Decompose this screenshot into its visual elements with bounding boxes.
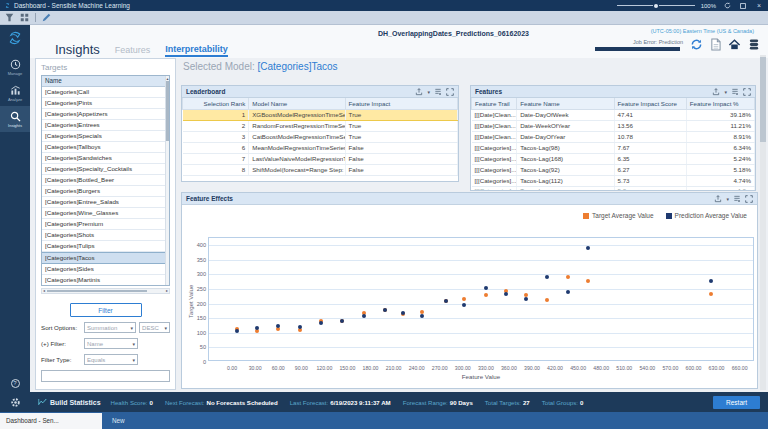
table-row[interactable]: 1XGBoostModelRegressionTimeSeri...True	[183, 109, 458, 120]
table-cell: Tacos-Lag(92)	[517, 164, 614, 175]
filter-field-select[interactable]: Name▾	[84, 338, 138, 349]
home-icon[interactable]	[728, 38, 741, 51]
database-stack-icon[interactable]	[748, 38, 760, 51]
sort-options-select[interactable]: Summation▾	[84, 322, 136, 333]
column-header[interactable]: Feature Impact Score	[614, 98, 686, 109]
columns-icon[interactable]	[434, 88, 442, 96]
target-list-item[interactable]: [Categories]Entrees	[42, 120, 169, 131]
target-list-item[interactable]: [Categories]Specialty_Cocktails	[42, 164, 169, 175]
target-list-item[interactable]: [Categories]Wine_Glasses	[42, 208, 169, 219]
sync-icon[interactable]	[690, 38, 703, 51]
zoom-slider-handle[interactable]	[654, 4, 658, 8]
export-icon[interactable]	[712, 88, 720, 96]
tab-interpretability[interactable]: Interpretability	[165, 44, 228, 57]
column-header[interactable]: Feature Trail	[472, 98, 517, 109]
column-header[interactable]: Feature Impact	[345, 98, 457, 109]
close-window-icon[interactable]: ×	[754, 1, 764, 10]
columns-icon[interactable]	[733, 195, 741, 203]
table-row[interactable]: 2RandomForestRegressionTimeSerie...True	[183, 120, 458, 131]
columns-icon[interactable]	[731, 88, 739, 96]
status-item: Total Groups:0	[542, 399, 584, 406]
scroll-thumb[interactable]	[760, 57, 766, 142]
target-list-item[interactable]: [Categories]Premium	[42, 219, 169, 230]
filter-type-select[interactable]: Equals▾	[84, 354, 138, 365]
export-options-caret-icon[interactable]: ▾	[726, 196, 729, 202]
edit-pencil-icon[interactable]	[42, 13, 51, 22]
table-row[interactable]: [[[Date]Clean...Date-DayOfWeek47.4139.18…	[472, 109, 755, 120]
taskbar-tab-dashboard[interactable]: Dashboard - Sen...	[0, 413, 102, 429]
sidebar-item-manage[interactable]: Manage	[0, 54, 30, 80]
column-header[interactable]: Feature Name	[517, 98, 614, 109]
table-row[interactable]: [[[Date]Clean...Date-DayOfYear10.788.91%	[472, 131, 755, 142]
zoom-slider[interactable]	[617, 4, 695, 8]
document-icon[interactable]	[710, 38, 721, 51]
taskbar-new-button[interactable]: New	[112, 412, 125, 429]
table-row[interactable]: [[[Categories]...Tacos-Lag(112)5.734.74%	[472, 175, 755, 186]
restore-window-icon[interactable]	[738, 1, 748, 10]
prediction-data-point	[545, 275, 549, 279]
filter-button[interactable]: Filter	[70, 303, 142, 317]
column-header[interactable]: Model Name	[249, 98, 345, 109]
selected-model-value[interactable]: [Categories]Tacos	[258, 61, 338, 72]
targets-vertical-scrollbar[interactable]: ▴	[165, 76, 169, 285]
status-item: Health Score:0	[111, 399, 153, 406]
help-icon[interactable]: ?	[11, 379, 20, 388]
target-list-item[interactable]: [Categories]Sides	[42, 264, 169, 275]
table-row[interactable]: 8ShiftModel(forecast=Range Step: 9...Fal…	[183, 164, 458, 175]
scroll-right-icon[interactable]: ▸	[166, 288, 168, 293]
tab-insights[interactable]: Insights	[55, 42, 100, 57]
main-scrollbar[interactable]	[760, 55, 766, 390]
target-data-point	[586, 279, 590, 283]
target-list-item[interactable]: [Categories]Tulips	[42, 241, 169, 252]
targets-column-header[interactable]: Name	[42, 76, 169, 87]
target-list-item[interactable]: [Categories]Specials	[42, 131, 169, 142]
restart-button[interactable]: Restart	[713, 396, 760, 409]
expand-icon[interactable]	[446, 88, 454, 96]
scroll-thumb[interactable]	[47, 290, 147, 292]
legend-item[interactable]: Target Average Value	[583, 212, 654, 219]
filter-icon[interactable]	[5, 13, 14, 22]
table-cell: 4.0...	[686, 186, 754, 191]
sidebar-item-insights[interactable]: Insights	[0, 106, 30, 132]
table-row[interactable]: [[[Categories]...Tacos-Lag(168)6.355.24%	[472, 153, 755, 164]
table-row[interactable]: [[[Categories]...Tacos-Lag(98)7.676.34%	[472, 142, 755, 153]
targets-horizontal-scrollbar[interactable]: ◂ ▸	[41, 288, 170, 294]
scroll-thumb[interactable]	[166, 81, 170, 141]
export-options-caret-icon[interactable]: ▾	[724, 89, 727, 95]
target-list-item[interactable]: [Categories]Pints	[42, 98, 169, 109]
target-list-item[interactable]: [Categories]Martinis	[42, 275, 169, 286]
export-options-caret-icon[interactable]: ▾	[427, 89, 430, 95]
sort-direction-select[interactable]: DESC▾	[139, 322, 170, 333]
target-list-item[interactable]: [Categories]Appetizers	[42, 109, 169, 120]
export-icon[interactable]	[714, 195, 722, 203]
scroll-left-icon[interactable]: ◂	[43, 288, 45, 293]
refresh-window-icon[interactable]	[722, 1, 732, 10]
build-statistics[interactable]: Build Statistics	[38, 398, 101, 406]
expand-icon[interactable]	[745, 195, 753, 203]
expand-icon[interactable]	[743, 88, 751, 96]
sidebar-item-analyze[interactable]: Analyze	[0, 80, 30, 106]
target-list-item[interactable]: [Categories]Tacos	[42, 252, 169, 264]
table-row[interactable]: 7LastValueNaiveModelRegressionTi...False	[183, 153, 458, 164]
export-icon[interactable]	[415, 88, 423, 96]
target-list-item[interactable]: [Categories]Entree_Salads	[42, 197, 169, 208]
table-row[interactable]: 6MeanModelRegressionTimeSeries(f...False	[183, 142, 458, 153]
grid-icon[interactable]	[20, 13, 29, 22]
gear-icon[interactable]	[10, 397, 21, 408]
target-list-item[interactable]: [Categories]Burgers	[42, 186, 169, 197]
table-row[interactable]: [[[Date]Clean...Date-WeekOfYear13.5611.2…	[472, 120, 755, 131]
chevron-down-icon: ▾	[164, 325, 167, 331]
legend-item[interactable]: Prediction Average Value	[666, 212, 747, 219]
table-row[interactable]: [[[Categories]...Tacos-Lag(92)6.275.18%	[472, 164, 755, 175]
target-list-item[interactable]: [Categories]Tallboys	[42, 142, 169, 153]
filter-text-input[interactable]	[41, 370, 170, 382]
table-row[interactable]: 3CatBoostModelRegressionTimeSeri...True	[183, 131, 458, 142]
target-list-item[interactable]: [Categories]Sandwiches	[42, 153, 169, 164]
tab-features[interactable]: Features	[115, 45, 151, 57]
target-list-item[interactable]: [Categories]Shots	[42, 230, 169, 241]
target-list-item[interactable]: [Categories]Call	[42, 87, 169, 98]
target-list-item[interactable]: [Categories]Bottled_Beer	[42, 175, 169, 186]
column-header[interactable]: Feature Impact %	[686, 98, 754, 109]
table-cell: 47.41	[614, 109, 686, 120]
column-header[interactable]: Selection Rank	[183, 98, 249, 109]
